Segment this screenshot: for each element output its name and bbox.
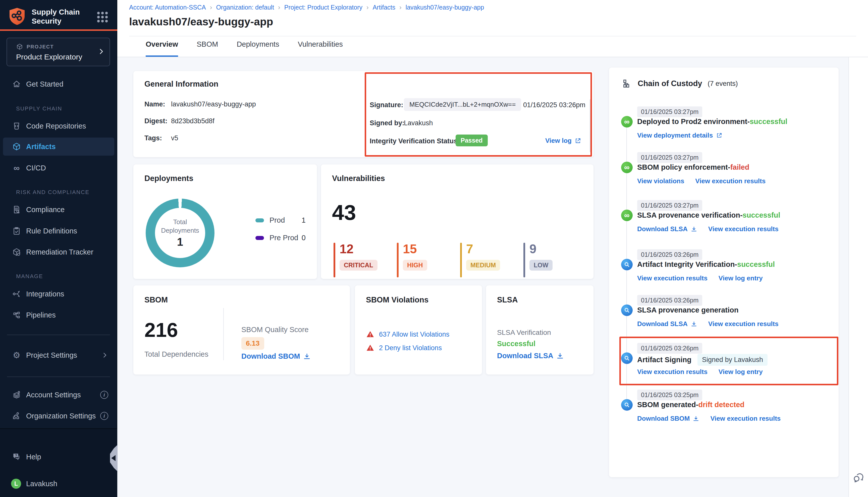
breadcrumb: Account: Automation-SSCA › Organization:… (129, 3, 484, 11)
sidebar-section-risk-compliance: RISK AND COMPLIANCE (16, 189, 89, 196)
card-title: Deployments (144, 174, 193, 183)
sidebar-item-help[interactable]: ? Help (0, 448, 117, 466)
pipelines-icon (12, 310, 22, 320)
sidebar-user-menu[interactable]: L Lavakush (0, 475, 117, 493)
sidebar-item-project-settings[interactable]: ⚙ Project Settings (0, 346, 117, 364)
breadcrumb-artifacts[interactable]: Artifacts (373, 4, 395, 11)
card-title: General Information (144, 80, 219, 89)
integrity-status-label: Integrity Verification Status: (370, 137, 460, 145)
view-execution-results-link[interactable]: View execution results (708, 225, 779, 233)
severity-bar (334, 243, 335, 278)
breadcrumb-organization[interactable]: Organization: default (216, 4, 274, 11)
severity-bar (397, 243, 398, 278)
module-grid-menu-icon[interactable] (96, 11, 109, 24)
event-title: SLSA provenance generation (637, 306, 738, 314)
deny-list-violations-link[interactable]: 2 Deny list Violations (379, 344, 442, 352)
breadcrumb-artifact-name[interactable]: lavakush07/easy-buggy-app (406, 4, 484, 11)
event-timestamp: 01/16/2025 03:27pm (637, 152, 702, 163)
download-slsa-link[interactable]: Download SLSA (637, 225, 697, 233)
project-cube-icon (16, 43, 23, 50)
sidebar-section-supply-chain: SUPPLY CHAIN (16, 105, 62, 112)
download-sbom-link[interactable]: Download SBOM (637, 415, 699, 423)
event-title: SBOM generated (637, 401, 696, 409)
name-value: lavakush07/easy-buggy-app (171, 100, 256, 108)
view-log-entry-link[interactable]: View log entry (718, 368, 763, 376)
download-icon (556, 352, 564, 360)
sbom-violations-card: SBOM Violations 637 Allow list Violation… (355, 285, 482, 374)
sidebar-item-code-repositories[interactable]: Code Repositories (0, 117, 117, 135)
sbom-card: SBOM 216 Total Dependencies SBOM Quality… (134, 285, 350, 374)
sidebar-item-get-started[interactable]: Get Started (0, 75, 117, 93)
breadcrumb-account[interactable]: Account: Automation-SSCA (129, 4, 206, 11)
view-execution-results-link[interactable]: View execution results (710, 415, 781, 423)
sidebar-item-remediation-tracker[interactable]: Remediation Tracker (0, 243, 117, 261)
artifacts-cube-icon (12, 142, 22, 152)
card-title: Chain of Custody (638, 79, 702, 88)
sidebar-divider (7, 377, 110, 377)
scan-event-icon (621, 399, 633, 411)
tab-sbom[interactable]: SBOM (197, 40, 218, 57)
card-scrollbar[interactable] (590, 99, 591, 152)
allow-list-violations-link[interactable]: 637 Allow list Violations (379, 330, 449, 338)
severity-low: 9 LOW (523, 242, 552, 271)
sidebar-item-cicd[interactable]: ∞ CI/CD (0, 159, 117, 177)
event-title: Artifact Signing (637, 356, 691, 364)
view-execution-results-link[interactable]: View execution results (708, 320, 779, 328)
view-deployment-details-link[interactable]: View deployment details (637, 131, 722, 139)
scan-event-icon (621, 304, 633, 316)
layers-gear-icon (12, 390, 22, 400)
vulnerabilities-total: 43 (332, 200, 356, 225)
severity-high: 15 HIGH (397, 242, 427, 271)
legend-item-prod: Prod 1 (255, 216, 306, 224)
signature-value[interactable]: MEQCICde2VjIT...bL+2+mqnOXw== (404, 98, 521, 111)
info-icon[interactable]: i (100, 412, 108, 420)
external-link-icon (575, 138, 581, 144)
slsa-card: SLSA SLSA Verification Successful Downlo… (486, 285, 593, 374)
sidebar-item-artifacts[interactable]: Artifacts (3, 138, 114, 156)
severity-bar (460, 243, 462, 278)
header-divider (129, 36, 856, 37)
support-chat-icon[interactable] (852, 471, 865, 484)
view-log-entry-link[interactable]: View log entry (718, 274, 763, 282)
tab-bar: Overview SBOM Deployments Vulnerabilitie… (146, 40, 343, 57)
tab-vulnerabilities[interactable]: Vulnerabilities (298, 40, 343, 57)
signed-by-label: Signed by: (370, 119, 404, 127)
chain-of-custody-card: Chain of Custody (7 events) 01/16/2025 0… (609, 68, 839, 477)
tab-overview[interactable]: Overview (146, 40, 178, 57)
info-icon[interactable]: i (100, 391, 108, 399)
sbom-total-label: Total Dependencies (144, 350, 208, 358)
sidebar-item-rule-definitions[interactable]: Rule Definitions (0, 222, 117, 240)
collapse-arrow-icon (111, 455, 115, 461)
sidebar-item-account-settings[interactable]: Account Settings i (0, 386, 117, 404)
view-execution-results-link[interactable]: View execution results (637, 368, 708, 376)
sidebar-item-pipelines[interactable]: Pipelines (0, 306, 117, 324)
brand-accent-bar (0, 29, 117, 31)
tab-deployments[interactable]: Deployments (237, 40, 279, 57)
download-sbom-link[interactable]: Download SBOM (241, 352, 311, 360)
card-title: SLSA (497, 296, 518, 304)
event-title: SLSA provenance verification (637, 211, 740, 219)
sidebar-item-compliance[interactable]: Compliance (0, 201, 117, 218)
breadcrumb-separator: › (278, 3, 280, 11)
download-slsa-link[interactable]: Download SLSA (497, 352, 564, 360)
pipeline-event-icon: ∞ (621, 116, 633, 128)
download-slsa-link[interactable]: Download SLSA (637, 320, 697, 328)
view-violations-link[interactable]: View violations (637, 177, 684, 185)
org-hierarchy-gear-icon (12, 411, 22, 421)
deny-list-violations-row: 2 Deny list Violations (366, 344, 442, 352)
breadcrumb-separator: › (366, 3, 369, 11)
breadcrumb-separator: › (210, 3, 212, 11)
sidebar: Supply Chain Security PROJECT Product Ex… (0, 0, 117, 497)
sidebar-item-integrations[interactable]: Integrations (0, 285, 117, 303)
view-execution-results-link[interactable]: View execution results (695, 177, 766, 185)
chevron-right-icon (97, 48, 105, 55)
breadcrumb-project[interactable]: Project: Product Exploratory (284, 4, 362, 11)
project-selector[interactable]: PROJECT Product Exploratory (6, 38, 110, 66)
sidebar-item-organization-settings[interactable]: Organization Settings i (0, 407, 117, 425)
document-search-icon (12, 204, 22, 215)
view-execution-results-link[interactable]: View execution results (637, 274, 708, 282)
severity-medium: 7 MEDIUM (460, 242, 500, 271)
card-title: Vulnerabilities (332, 174, 385, 183)
event-timestamp: 01/16/2025 03:27pm (637, 200, 702, 211)
view-log-link[interactable]: View log (545, 137, 581, 145)
